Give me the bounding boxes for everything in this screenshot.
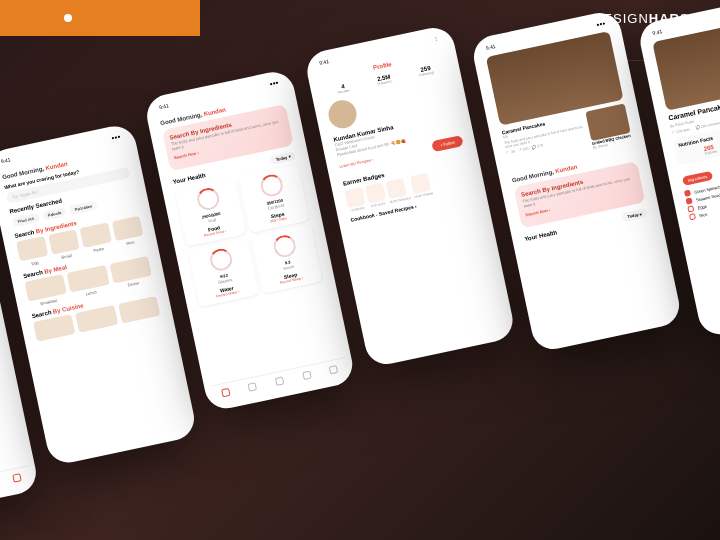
- cat-egg[interactable]: Egg: [16, 236, 49, 268]
- health-water[interactable]: 9/12Glasses WaterRecord Water ›: [187, 238, 259, 307]
- nav-categories[interactable]: [300, 370, 314, 384]
- nav-community[interactable]: [10, 473, 24, 487]
- cat-bread[interactable]: Bread: [48, 229, 81, 261]
- bottom-nav: [0, 465, 33, 513]
- chip-friedrice[interactable]: Fried rice: [12, 213, 40, 227]
- filter-today[interactable]: Today ▾: [270, 151, 296, 165]
- cat-rice[interactable]: Rice: [111, 216, 144, 248]
- nav-search[interactable]: [273, 376, 287, 390]
- chip-pakoda[interactable]: Pakoda: [42, 207, 67, 221]
- nav-health[interactable]: [219, 387, 233, 401]
- health-steps[interactable]: 350/1200Cal Burnt Steps3587 steps: [238, 164, 310, 233]
- brand-logo: DESIGNHARSH: [593, 11, 700, 26]
- nav-community[interactable]: [327, 365, 341, 379]
- cat-dinner[interactable]: Dinner: [109, 256, 153, 291]
- health-sleep[interactable]: 9.3Hours SleepRecord Sleep ›: [251, 224, 323, 293]
- health-food[interactable]: 2500/3200Kcal FoodRecord Food ›: [175, 177, 247, 246]
- recipes-link[interactable]: Learn My Recipes ›: [339, 157, 374, 169]
- nav-kitchen[interactable]: [246, 382, 260, 396]
- chip-pancakes[interactable]: Pancakes: [69, 200, 98, 215]
- ingredients-tab[interactable]: Ingredients: [682, 171, 713, 186]
- cat-breakfast[interactable]: Breakfast: [24, 274, 68, 309]
- follow-button[interactable]: + Follow: [431, 135, 464, 152]
- cat-lunch[interactable]: Lunch: [67, 265, 111, 300]
- cat-pasta[interactable]: Pasta: [80, 223, 113, 255]
- avatar[interactable]: [326, 98, 359, 131]
